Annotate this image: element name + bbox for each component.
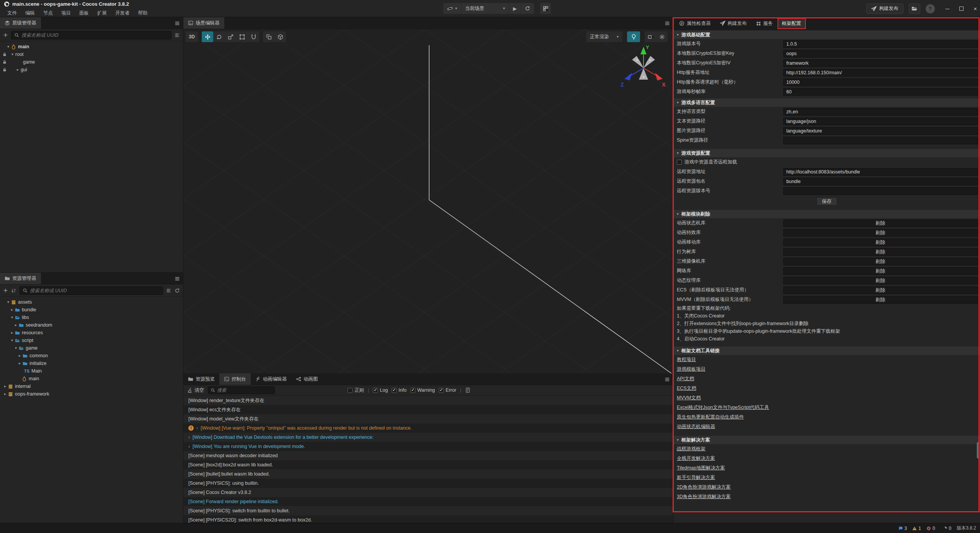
regex-checkbox[interactable]: 正则	[348, 387, 364, 394]
image-res-path-input[interactable]	[783, 127, 978, 135]
rect-tool-button[interactable]	[236, 31, 248, 42]
minimize-button[interactable]: ─	[946, 5, 950, 12]
tab-assets[interactable]: 资源管理器	[0, 273, 41, 284]
remove-camera-button[interactable]: 剔除	[783, 258, 978, 265]
link-fullstack[interactable]: 全栈开发解决方案	[673, 454, 980, 463]
tab-hierarchy[interactable]: 层级管理器	[0, 17, 41, 29]
preview-platform-button[interactable]: ▾	[443, 3, 461, 14]
link-tiledmap[interactable]: Tiledmap地图解决方案	[673, 463, 980, 473]
scale-tool-button[interactable]	[225, 31, 236, 42]
chevron-right-icon[interactable]: ▸	[15, 323, 17, 327]
remote-load-checkbox-row[interactable]: 游戏中资源是否远程加载	[673, 157, 980, 167]
text-res-path-input[interactable]	[783, 118, 978, 125]
tab-animation-editor[interactable]: 动画编辑器	[251, 373, 292, 385]
tab-build-publish[interactable]: 构建发布	[716, 18, 751, 29]
chevron-right-icon[interactable]: ▸	[11, 308, 13, 312]
link-animator-editor[interactable]: 动画状态机编辑器	[673, 422, 980, 432]
move-tool-button[interactable]	[202, 31, 213, 42]
assets-refresh-button[interactable]	[175, 288, 180, 293]
console-log-row[interactable]: [Scene] [box2d]:box2d wasm lib loaded.	[183, 460, 673, 469]
menu-node[interactable]: 节点	[39, 10, 57, 16]
gizmo-x-cone[interactable]	[655, 73, 663, 80]
tree-row[interactable]: game	[0, 58, 183, 66]
scene-select-dropdown[interactable]: 当前场景 ▾	[461, 3, 509, 14]
scene-settings-button[interactable]	[656, 31, 668, 42]
tree-row[interactable]: ▸ gui	[0, 66, 183, 74]
remove-behavior-tree-button[interactable]: 剔除	[783, 248, 978, 256]
tab-console[interactable]: 控制台	[219, 373, 251, 385]
chevron-right-icon[interactable]: ▸	[19, 361, 21, 365]
link-hotupdate-plugin[interactable]: 原生包热更新配置自动生成插件	[673, 412, 980, 422]
status-warning-count[interactable]: 1	[912, 526, 921, 531]
expand-caret-icon[interactable]: ›	[188, 442, 190, 451]
remote-res-version-input[interactable]	[783, 187, 978, 195]
console-log-row[interactable]: [Scene] [PHYSICS]: using builtin.	[183, 479, 673, 488]
tree-row[interactable]: ▸initialize	[0, 360, 183, 367]
tab-animation-graph[interactable]: 动画图	[291, 373, 323, 385]
remove-dynamic-texture-button[interactable]: 剔除	[783, 277, 978, 284]
http-server-input[interactable]	[783, 69, 978, 77]
coordinate-button[interactable]	[274, 31, 286, 42]
console-log-row[interactable]: [Scene] Cocos Creator v3.8.2	[183, 488, 673, 497]
console-log-row[interactable]: ›[Window] Download the Vue Devtools exte…	[183, 433, 673, 442]
create-asset-button[interactable]	[3, 288, 8, 293]
help-button[interactable]: ?	[926, 4, 935, 13]
remote-bundle-name-input[interactable]	[783, 178, 978, 185]
filter-log-checkbox[interactable]: Log	[373, 387, 388, 393]
expand-caret-icon[interactable]: ›	[196, 423, 198, 433]
spine-res-path-input[interactable]	[783, 137, 978, 144]
console-log-row[interactable]: !›[Window] [Vue warn]: Property "onInput…	[183, 423, 673, 433]
console-log-row[interactable]: [Scene] Forward render pipeline initiali…	[183, 497, 673, 506]
expand-caret-icon[interactable]: ›	[188, 433, 190, 442]
build-publish-button[interactable]: 构建发布	[866, 3, 903, 14]
remove-network-button[interactable]: 剔除	[783, 267, 978, 275]
gizmo-z-cone[interactable]	[624, 73, 632, 80]
tree-row[interactable]: ▸seedrandom	[0, 321, 183, 329]
languages-input[interactable]	[783, 108, 978, 116]
tree-row[interactable]: ▾assets	[0, 298, 183, 306]
tab-services[interactable]: 服务	[752, 18, 777, 29]
chevron-down-icon[interactable]: ▾	[11, 52, 13, 56]
tab-framework-config[interactable]: 框架配置	[778, 18, 805, 29]
link-api-docs[interactable]: API文档	[673, 374, 980, 384]
tab-scene-editor[interactable]: 场景编辑器	[183, 17, 224, 29]
console-log-row[interactable]: [Window] ecs文件夹存在	[183, 405, 673, 414]
chevron-right-icon[interactable]: ▸	[4, 392, 6, 396]
reload-button[interactable]	[521, 3, 534, 14]
scene-menu-button[interactable]	[665, 20, 670, 26]
link-2d-rpg[interactable]: 2D角色扮演游戏解决方案	[673, 482, 980, 492]
orientation-gizmo[interactable]: Y X Z	[620, 44, 667, 88]
hierarchy-search-input[interactable]	[21, 33, 168, 38]
tree-row[interactable]: ▸internal	[0, 383, 183, 390]
scene-camera-button[interactable]	[645, 31, 656, 42]
menu-developer[interactable]: 开发者	[111, 10, 134, 16]
crypto-key-input[interactable]	[783, 50, 978, 57]
menu-file[interactable]: 文件	[3, 10, 21, 16]
inspector-scrollbar-thumb[interactable]	[977, 442, 979, 458]
filter-warning-checkbox[interactable]: Warning	[410, 387, 435, 393]
mode-3d-button[interactable]: 3D	[186, 31, 198, 42]
tree-row[interactable]: ▾libs	[0, 314, 183, 321]
crypto-iv-input[interactable]	[783, 59, 978, 67]
open-project-folder-button[interactable]	[909, 3, 920, 14]
lighting-toggle-button[interactable]	[627, 31, 640, 42]
chevron-right-icon[interactable]: ▸	[4, 384, 6, 388]
create-node-button[interactable]	[3, 33, 8, 38]
link-tutorial-project[interactable]: 教程项目	[673, 355, 980, 365]
remove-mvvm-button[interactable]: 剔除	[783, 296, 978, 304]
tree-row[interactable]: ▸resources	[0, 329, 183, 337]
maximize-button[interactable]	[959, 7, 964, 11]
scene-viewport[interactable]: Y X Z	[183, 29, 673, 373]
status-error-count[interactable]: 0	[926, 526, 935, 531]
assets-search-input[interactable]	[30, 288, 160, 293]
link-template-project[interactable]: 游戏模板项目	[673, 365, 980, 374]
tab-asset-preview[interactable]: 资源预览	[183, 373, 219, 385]
chevron-down-icon[interactable]: ▾	[11, 316, 13, 319]
remove-ecs-button[interactable]: 剔除	[783, 286, 978, 294]
rotate-tool-button[interactable]	[213, 31, 225, 42]
section-header-docs[interactable]: ▾框架文档工具链接	[673, 347, 980, 355]
tree-row[interactable]: ▸bundle	[0, 306, 183, 314]
section-header-game-basic[interactable]: ▾游戏基础配置	[673, 31, 980, 39]
link-ecs-docs[interactable]: ECS文档	[673, 384, 980, 393]
lock-icon[interactable]	[2, 60, 7, 64]
